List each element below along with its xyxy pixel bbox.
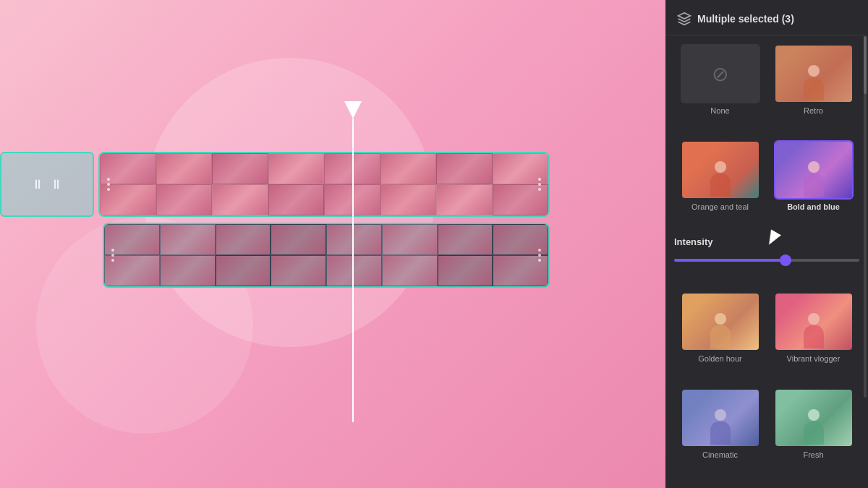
filter-thumb-retro	[774, 44, 854, 103]
track-row-2	[0, 223, 550, 288]
filter-grid: ⊘ None Retro	[665, 35, 868, 486]
clip-thumb	[268, 184, 325, 215]
track-clips-2[interactable]	[103, 223, 550, 288]
svg-marker-0	[678, 13, 691, 19]
timeline: ⏸ ⏸	[0, 152, 550, 288]
intensity-label: Intensity	[674, 236, 859, 247]
filter-item-golden-hour[interactable]: Golden hour	[674, 289, 766, 384]
filter-label-fresh: Fresh	[803, 450, 823, 459]
filter-label-none: None	[710, 106, 729, 115]
filter-label-orange-teal: Orange and teal	[692, 202, 749, 211]
clip-strip-1	[100, 153, 548, 215]
slider-thumb[interactable]	[780, 254, 791, 266]
filter-thumb-fresh	[774, 388, 854, 448]
layers-icon	[677, 12, 692, 26]
filter-item-vibrant-vlogger[interactable]: Vibrant vlogger	[767, 289, 859, 384]
clip-thumb	[271, 255, 326, 286]
pause-icon-1: ⏸	[31, 177, 44, 192]
clip-thumb	[156, 184, 213, 215]
clip-thumb	[216, 255, 271, 286]
intensity-slider[interactable]	[674, 253, 859, 267]
filter-thumb-bold-blue	[774, 140, 854, 200]
track-clips-1[interactable]	[98, 152, 550, 217]
panel-title: Multiple selected (3)	[697, 13, 794, 25]
track-handle-left-1[interactable]	[104, 178, 113, 191]
filter-thumb-golden-hour	[681, 292, 760, 351]
clip-thumb	[436, 153, 493, 184]
filter-item-orange-teal[interactable]: Orange and teal	[674, 137, 766, 232]
filter-preview-vibrant	[775, 294, 852, 350]
clip-thumb	[156, 153, 213, 184]
clip-thumb	[271, 224, 326, 255]
filter-preview-orange-teal	[682, 142, 759, 198]
clip-thumb	[268, 153, 325, 184]
filter-preview-fresh	[775, 390, 852, 446]
filter-preview-retro	[775, 46, 852, 102]
clip-thumb	[326, 255, 382, 286]
clip-thumb	[438, 255, 493, 286]
clip-thumb	[326, 224, 382, 255]
clip-thumb	[216, 224, 271, 255]
filter-label-golden-hour: Golden hour	[698, 354, 742, 363]
clip-thumb	[438, 224, 493, 255]
track-handle-left-2[interactable]	[109, 249, 117, 262]
filter-item-none[interactable]: ⊘ None	[674, 41, 766, 136]
track-row-1: ⏸ ⏸	[0, 152, 550, 217]
none-filter-icon: ⊘	[712, 62, 728, 86]
filter-thumb-cinematic	[681, 388, 760, 448]
filter-thumb-vibrant-vlogger	[774, 292, 854, 351]
track-handle-right-2[interactable]	[535, 249, 544, 262]
panel-scrollbar-thumb	[864, 36, 867, 94]
clip-thumb	[436, 184, 493, 215]
filter-preview-bold-blue	[775, 142, 852, 198]
playhead-line	[352, 119, 354, 422]
clip-thumb	[160, 224, 216, 255]
clip-thumb	[382, 224, 438, 255]
filter-label-retro: Retro	[804, 106, 823, 115]
slider-track	[674, 259, 859, 262]
filter-thumb-orange-teal	[681, 140, 760, 200]
track-stub-1: ⏸ ⏸	[0, 152, 94, 217]
filter-label-vibrant-vlogger: Vibrant vlogger	[787, 354, 841, 363]
filter-thumb-none: ⊘	[681, 44, 760, 103]
clip-thumb	[160, 255, 216, 286]
panel-scrollbar[interactable]	[864, 36, 867, 398]
intensity-container: Intensity	[674, 234, 859, 287]
filter-label-bold-blue: Bold and blue	[787, 202, 840, 211]
filter-preview-cinematic	[682, 390, 759, 446]
filter-label-cinematic: Cinematic	[702, 450, 738, 459]
playhead[interactable]	[352, 101, 354, 427]
clip-thumb	[380, 184, 437, 215]
clip-thumb	[212, 184, 268, 215]
clip-thumb	[380, 153, 437, 184]
panel-header: Multiple selected (3)	[665, 0, 868, 35]
clip-strip-2	[104, 224, 548, 286]
track-handle-right-1[interactable]	[535, 178, 544, 191]
clip-thumb	[382, 255, 438, 286]
filter-preview-golden	[682, 294, 759, 350]
filter-item-fresh[interactable]: Fresh	[767, 385, 859, 480]
pause-icon-2: ⏸	[50, 177, 63, 192]
filter-item-bold-blue[interactable]: Bold and blue	[767, 137, 859, 232]
clip-thumb	[212, 153, 268, 184]
filter-item-retro[interactable]: Retro	[767, 41, 859, 136]
filter-item-cinematic[interactable]: Cinematic	[674, 385, 766, 480]
right-panel: Multiple selected (3) ⊘ None Retro	[665, 0, 868, 488]
